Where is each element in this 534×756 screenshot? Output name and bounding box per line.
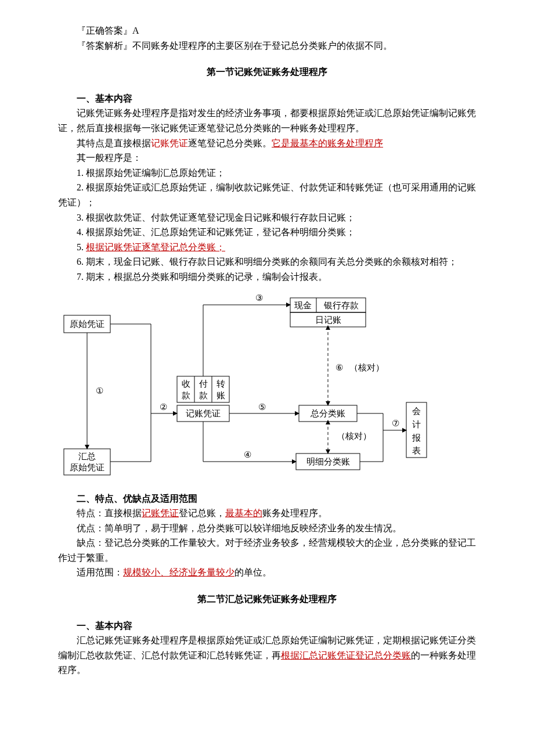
s1-li5-pre: 5. [77,242,86,252]
scope-red: 规模较小、经济业务量较少 [123,567,234,577]
s1-dis: 缺点：登记总分类账的工作量较大。对于经济业务较多，经营规模较大的企业，总分类账的… [58,535,476,565]
s1-scope: 适用范围：规模较小、经济业务量较少的单位。 [58,565,476,580]
s1-p2-pre: 其特点是直接根据 [77,138,151,148]
s1-li6: 6. 期末，现金日记账、银行存款日记账和明细分类账的余额同有关总分类账的余额核对… [58,254,476,269]
box-rjz: 日记账 [315,315,341,325]
svg-marker-30 [326,420,330,424]
s1-p3: 其一般程序是： [58,150,476,165]
num2: ② [160,402,167,412]
box-mxfl: 明细分类账 [306,457,350,466]
feat-pre: 特点：直接根据 [77,508,142,518]
box-sk: 收 [182,379,190,388]
hd1: （核对） [349,363,384,372]
feat-red1: 记账凭证 [142,508,179,518]
box-yuanshi: 原始凭证 [70,319,104,329]
s1-adv: 优点：简单明了，易于理解，总分类账可以较详细地反映经济业务的发生情况。 [58,521,476,536]
box-bb4: 表 [412,446,421,455]
flow-diagram: 原始凭证 汇总 原始凭证 收 付 转 款 款 账 记账凭证 现金 银行存款 日记… [58,289,435,481]
answer-correct: 『正确答案』A [58,23,476,38]
num3: ③ [255,293,263,303]
box-jzpz: 记账凭证 [186,409,221,418]
section1-basic-heading: 一、基本内容 [58,91,476,106]
section2-basic-heading: 一、基本内容 [58,618,476,633]
box-zz: 转 [217,379,225,388]
s1-li5: 5. 根据记账凭证逐笔登记总分类账； [58,240,476,255]
feat-end: 账务处理程序。 [262,508,327,518]
s1-li7: 7. 期末，根据总分类账和明细分类账的记录，编制会计报表。 [58,269,476,285]
answer-explain: 『答案解析』不同账务处理程序的主要区别在于登记总分类账户的依据不同。 [58,38,476,53]
s1-p2-mid: 逐笔登记总分类账。 [188,138,272,148]
num1: ① [96,386,103,395]
s1-li2: 2. 根据原始凭证或汇总原始凭证，编制收款记账凭证、付款凭证和转账凭证（也可采用… [58,180,476,210]
num4: ④ [244,450,251,459]
hd2: （核对） [337,431,371,441]
box-zz2: 账 [217,391,225,400]
num7: ⑦ [392,419,399,428]
s2-p1: 汇总记账凭证账务处理程序是根据原始凭证或汇总原始凭证编制记账凭证，定期根据记账凭… [58,633,476,678]
box-xj: 现金 [294,301,312,310]
s1-p2: 其特点是直接根据记账凭证逐笔登记总分类账。它是最基本的账务处理程序 [58,136,476,151]
explain-text: 不同账务处理程序的主要区别在于登记总分类账户的依据不同。 [132,41,392,51]
box-sk2: 款 [182,391,190,400]
num5: ⑤ [258,402,266,412]
s1-p1: 记账凭证账务处理程序是指对发生的经济业务事项，都要根据原始凭证或汇总原始凭证编制… [58,106,476,135]
section2-title: 第二节汇总记账凭证账务处理程序 [58,592,476,607]
box-yh: 银行存款 [323,301,359,310]
box-huizong1: 汇总 [78,452,96,461]
s1-p2-red1: 记账凭证 [151,138,188,148]
s1-feat: 特点：直接根据记账凭证登记总账，最基本的账务处理程序。 [58,506,476,521]
box-fk: 付 [199,379,208,388]
s1-li1: 1. 根据原始凭证编制汇总原始凭证； [58,165,476,181]
s2-p1-red: 根据汇总记账凭证登记总分类账 [281,650,411,660]
s1-li3: 3. 根据收款凭证、付款凭证逐笔登记现金日记账和银行存款日记账； [58,210,476,225]
box-fk2: 款 [199,391,208,400]
feat-red2: 最基本的 [225,508,262,518]
svg-marker-28 [326,325,330,330]
feat-mid: 登记总账， [179,508,225,518]
s1-li5-red: 根据记账凭证逐笔登记总分类账； [86,242,225,252]
box-zfl: 总分类账 [310,409,345,418]
section1-title: 第一节记账凭证账务处理程序 [58,64,476,80]
s1-li4: 4. 根据原始凭证、汇总原始凭证和记账凭证，登记各种明细分类账； [58,225,476,240]
box-bb1: 会 [412,406,421,416]
scope-pre: 适用范围： [77,567,123,577]
explain-prefix: 『答案解析』 [77,41,132,51]
num6: ⑥ [335,363,343,372]
box-huizong2: 原始凭证 [70,463,104,472]
box-bb3: 报 [412,433,421,442]
scope-end: 的单位。 [234,567,272,577]
s1-p2-red2: 它是最基本的账务处理程序 [272,138,383,148]
box-bb2: 计 [412,420,421,429]
section1-feat-heading: 二、特点、优缺点及适用范围 [58,491,476,506]
